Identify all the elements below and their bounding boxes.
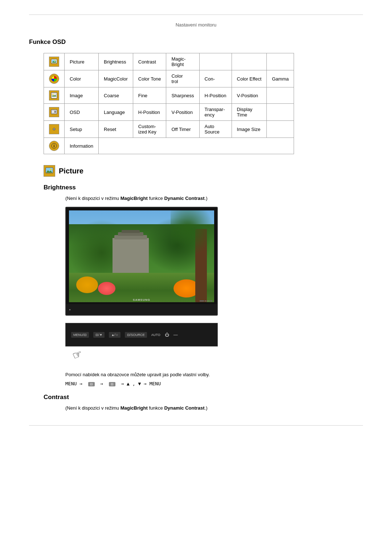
magic-color-item: MagicColor (99, 70, 133, 87)
table-row: Image Coarse Fine Sharpness H-Position V… (44, 87, 294, 104)
osd-table: Picture Brightness Contrast Magic-Bright (44, 53, 294, 154)
svg-point-32 (50, 169, 52, 170)
image-icon (49, 90, 59, 100)
btn-source: ⊟/SOURCE (125, 332, 147, 338)
svg-rect-13 (52, 111, 54, 113)
svg-rect-20 (54, 131, 54, 132)
magic-bright-item: Magic-Bright (166, 53, 199, 70)
svg-rect-24 (56, 127, 57, 128)
table-row: Color MagicColor Color Tone Colortrol Co… (44, 70, 294, 87)
osd-icon (49, 107, 59, 117)
off-timer-item: Off Timer (166, 121, 199, 138)
osd-v-position-item: V-Position (166, 104, 199, 121)
language-item: Language (99, 104, 133, 121)
svg-point-18 (54, 129, 55, 130)
table-row: OSD Language H-Position V-Position Trans… (44, 104, 294, 121)
picture-section-icon (44, 165, 55, 177)
h-position-item: H-Position (199, 87, 232, 104)
picture-section-heading: Picture (44, 165, 363, 177)
btn-up: ▲/☆ (109, 332, 120, 338)
information-label: Information (65, 138, 99, 154)
svg-rect-19 (54, 126, 54, 127)
svg-rect-26 (56, 131, 57, 132)
table-row: i Information (44, 138, 294, 154)
reset-item: Reset (99, 121, 133, 138)
svg-point-3 (55, 60, 56, 61)
minus-btn: — (173, 332, 178, 337)
contrast-dynamic-contrast-bold: Dynamic Contrast (164, 405, 204, 411)
svg-rect-22 (56, 129, 57, 130)
osd-section-title: Funkce OSD (29, 38, 363, 46)
color-icon (49, 74, 59, 84)
auto-source-item: AutoSource (199, 121, 232, 138)
fine-item: Fine (133, 87, 166, 104)
page-title: Nastavení monitoru (29, 22, 363, 28)
contrast-magic-bright-bold: MagicBright (121, 405, 148, 411)
image-label: Image (65, 87, 99, 104)
color-label: Color (65, 70, 99, 87)
power-btn: ⏻ (165, 332, 169, 337)
dynamic-contrast-bold: Dynamic Contrast (164, 196, 204, 201)
picture-icon (49, 57, 59, 67)
color-effect-item: Color Effect (232, 70, 267, 87)
image-size-item: Image Size (232, 121, 267, 138)
menu-path-brightness: MENU → ⊟ → ⊟ → ▲ , ▼ → MENU (65, 381, 363, 386)
transparency-item: Transpar-ency (199, 104, 232, 121)
monitor-image: SAMSUNG ● (65, 207, 363, 316)
osd-label: OSD (65, 104, 99, 121)
svg-rect-23 (52, 127, 53, 128)
contrast-note: (Není k dispozici v režimu MagicBright f… (65, 405, 363, 411)
table-row: Picture Brightness Contrast Magic-Bright (44, 53, 294, 70)
custom-key-item: Custom-ized Key (133, 121, 166, 138)
cursor-hand: ☞ (71, 347, 84, 362)
color-control-item: Colortrol (166, 70, 199, 87)
brightness-description: Pomocí nabídek na obrazovce můžete uprav… (65, 372, 363, 377)
information-icon: i (49, 141, 59, 151)
setup-label: Setup (65, 121, 99, 138)
setup-icon (49, 124, 59, 134)
brightness-title: Brightness (44, 184, 363, 191)
picture-heading-text: Picture (59, 167, 83, 175)
brightness-item: Brightness (99, 53, 133, 70)
menu-enter-btn: MENU/⊟ (71, 332, 89, 338)
svg-rect-21 (51, 129, 52, 130)
coarse-item: Coarse (99, 87, 133, 104)
con-item: Con- (199, 70, 232, 87)
contrast-item: Contrast (133, 53, 166, 70)
magic-bright-bold: MagicBright (121, 196, 148, 201)
gamma-item: Gamma (267, 70, 294, 87)
picture-label: Picture (65, 53, 99, 70)
svg-text:i: i (54, 144, 55, 148)
v-position-item: V-Position (232, 87, 267, 104)
svg-rect-7 (52, 97, 56, 98)
contrast-title: Contrast (44, 394, 363, 401)
svg-rect-25 (52, 131, 53, 132)
display-time-item: DisplayTime (232, 104, 267, 121)
brightness-note: (Není k dispozici v režimu MagicBright f… (65, 196, 363, 201)
color-tone-item: Color Tone (133, 70, 166, 87)
auto-label: AUTO (151, 333, 160, 337)
control-buttons-panel: MENU/⊟ ⊟/▼ ▲/☆ ⊟/SOURCE AUTO ⏻ — ☞ (65, 323, 363, 365)
btn-down: ⊟/▼ (93, 332, 105, 338)
sharpness-item: Sharpness (166, 87, 199, 104)
table-row: Setup Reset Custom-ized Key Off Timer Au… (44, 121, 294, 138)
svg-point-9 (53, 94, 54, 95)
osd-h-position-item: H-Position (133, 104, 166, 121)
